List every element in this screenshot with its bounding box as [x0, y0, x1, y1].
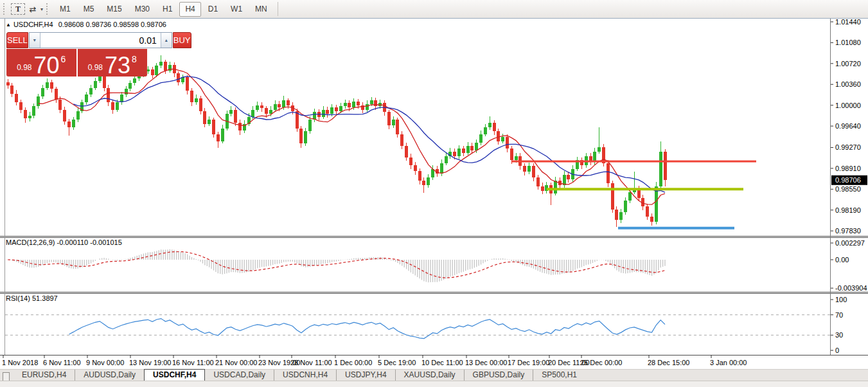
svg-text:0.98190: 0.98190	[835, 206, 861, 214]
svg-text:0: 0	[835, 346, 839, 354]
volume-increase-button[interactable]: ▴	[161, 33, 172, 48]
timeframe-h1-button[interactable]: H1	[157, 2, 178, 17]
buy-price[interactable]: 0.98 73 8	[78, 49, 148, 76]
svg-text:1.00000: 1.00000	[835, 102, 861, 109]
buy-button[interactable]: BUY	[173, 32, 191, 48]
timeframe-w1-button[interactable]: W1	[225, 2, 248, 17]
volume-stepper: ▾ ▴	[29, 32, 172, 48]
tab-audusd-daily[interactable]: AUDUSD,Daily	[75, 370, 144, 381]
macd-label-row: MACD(12,26,9) -0.000110 -0.001015	[6, 239, 122, 246]
svg-text:13 Dec 00:00: 13 Dec 00:00	[465, 359, 507, 366]
rsi-value: 51.3897	[32, 294, 58, 302]
svg-text:0.002297: 0.002297	[835, 239, 865, 247]
chevron-down-icon[interactable]: ▾	[40, 6, 43, 12]
caret-down-icon: ▾	[33, 37, 36, 43]
svg-text:10 Dec 11:00: 10 Dec 11:00	[421, 359, 463, 366]
svg-text:16 Nov 11:00: 16 Nov 11:00	[172, 359, 214, 366]
svg-text:1.00360: 1.00360	[835, 80, 861, 88]
timeframe-m1-button[interactable]: M1	[54, 2, 76, 17]
svg-text:0.97830: 0.97830	[835, 227, 861, 235]
svg-text:0.98706: 0.98706	[835, 176, 861, 184]
timeframe-mn-button[interactable]: MN	[249, 2, 273, 17]
chart-symbol: USDCHF,H4	[13, 21, 53, 28]
tab-usdchf-h4[interactable]: USDCHF,H4	[144, 369, 205, 382]
sell-price[interactable]: 0.98 70 6	[6, 49, 76, 76]
svg-text:1.01080: 1.01080	[835, 39, 861, 46]
buy-price-figure: 0.98	[88, 63, 103, 72]
volume-input[interactable]	[40, 33, 161, 48]
sell-price-point: 6	[61, 54, 66, 64]
svg-text:28 Dec 15:00: 28 Dec 15:00	[648, 359, 689, 366]
collapse-triangle-icon: ▲	[6, 22, 11, 28]
tab-usdcad-daily[interactable]: USDCAD,Daily	[205, 370, 274, 381]
svg-text:0.98910: 0.98910	[835, 165, 861, 172]
sell-price-figure: 0.98	[17, 63, 31, 72]
svg-text:1.00720: 1.00720	[835, 60, 861, 68]
chart-ohlc-values: 0.98608 0.98736 0.98598 0.98706	[58, 21, 166, 28]
chart-title: ▲USDCHF,H40.98608 0.98736 0.98598 0.9870…	[6, 21, 166, 28]
timeframe-m15-button[interactable]: M15	[101, 2, 127, 17]
svg-text:5 Dec 19:00: 5 Dec 19:00	[378, 359, 416, 366]
svg-text:100: 100	[835, 296, 847, 303]
svg-text:70: 70	[835, 311, 843, 319]
toolbar-grip	[46, 3, 50, 15]
timeframe-h4-button[interactable]: H4	[179, 2, 200, 17]
svg-text:0.00: 0.00	[835, 256, 849, 264]
macd-label: MACD(12,26,9)	[6, 239, 55, 246]
svg-text:21 Nov 00:00: 21 Nov 00:00	[215, 359, 257, 366]
svg-text:30: 30	[835, 331, 843, 339]
tab-usdcnh-h4[interactable]: USDCNH,H4	[274, 370, 336, 381]
svg-text:6 Nov 11:00: 6 Nov 11:00	[43, 359, 81, 366]
tab-stub	[3, 372, 10, 381]
arrows-tool-icon[interactable]: ⇄	[26, 3, 39, 15]
tab-usdjpy-h4[interactable]: USDJPY,H4	[336, 370, 394, 381]
svg-text:13 Nov 19:00: 13 Nov 19:00	[129, 359, 171, 366]
tab-sp500-h1[interactable]: SP500,H1	[533, 370, 585, 381]
buy-price-pips: 73	[105, 56, 130, 75]
symbol-tab-bar: EURUSD,H4AUDUSD,DailyUSDCHF,H4USDCAD,Dai…	[0, 369, 868, 381]
chart-area[interactable]: 1.014401.010801.007201.003601.000000.996…	[0, 18, 868, 370]
svg-text:1.01440: 1.01440	[835, 19, 861, 26]
sell-price-pips: 70	[34, 56, 60, 75]
svg-text:1 Nov 2018: 1 Nov 2018	[2, 359, 38, 366]
svg-text:0.99640: 0.99640	[835, 122, 861, 130]
tab-eurusd-h4[interactable]: EURUSD,H4	[13, 370, 75, 381]
text-label-tool-icon[interactable]: T	[11, 3, 25, 15]
status-bar	[0, 381, 868, 387]
svg-text:1 Dec 00:00: 1 Dec 00:00	[334, 359, 372, 366]
macd-values: -0.000110 -0.001015	[57, 239, 121, 246]
timeframe-m5-button[interactable]: M5	[78, 2, 100, 17]
svg-text:3 Jan 00:00: 3 Jan 00:00	[710, 359, 747, 366]
caret-up-icon: ▴	[165, 37, 168, 43]
sell-button[interactable]: SELL	[6, 32, 28, 48]
rsi-label-row: RSI(14) 51.3897	[6, 294, 58, 302]
tab-xauusd-daily[interactable]: XAUUSD,Daily	[395, 370, 464, 381]
svg-text:-0.003904: -0.003904	[835, 284, 867, 292]
buy-price-point: 8	[132, 54, 137, 64]
timeframe-d1-button[interactable]: D1	[202, 2, 224, 17]
toolbar-separator	[278, 2, 278, 16]
svg-text:0.98550: 0.98550	[835, 185, 861, 193]
timeframe-m30-button[interactable]: M30	[129, 2, 155, 17]
one-click-trading-panel: SELL ▾ ▴ BUY 0.98 70 6 0.98 73 8	[6, 32, 147, 76]
svg-text:9 Nov 00:00: 9 Nov 00:00	[86, 359, 124, 366]
svg-text:28 Nov 11:00: 28 Nov 11:00	[290, 359, 332, 366]
svg-text:25 Dec 00:00: 25 Dec 00:00	[580, 359, 622, 366]
svg-text:17 Dec 19:00: 17 Dec 19:00	[508, 359, 549, 366]
tab-gbpusd-daily[interactable]: GBPUSD,Daily	[464, 370, 533, 381]
svg-text:0.99270: 0.99270	[835, 143, 861, 151]
volume-decrease-button[interactable]: ▾	[30, 33, 40, 48]
timeframe-toolbar: M1M5M15M30H1H4D1W1MN	[53, 2, 274, 17]
rsi-label: RSI(14)	[6, 294, 30, 302]
top-toolbar: T ⇄ ▾ M1M5M15M30H1H4D1W1MN	[0, 0, 868, 19]
toolbar-grip	[3, 3, 7, 15]
